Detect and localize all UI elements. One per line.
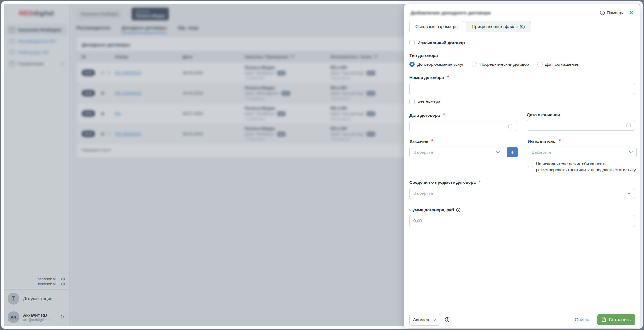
checkbox-icon [409, 99, 415, 104]
screen: REDdigital Заказчики RedDigital Рекламод… [0, 0, 644, 330]
required-mark: * [479, 180, 481, 185]
status-info-icon[interactable] [445, 317, 450, 322]
contract-number-input[interactable] [409, 83, 635, 95]
contract-number-label: Номер договора [409, 75, 444, 80]
customer-select[interactable]: Выберите [409, 147, 504, 157]
amount-input[interactable] [409, 215, 635, 227]
help-label: Помощь [607, 10, 623, 15]
subject-label: Сведения о предмете договора [409, 180, 476, 185]
required-mark: * [443, 112, 445, 118]
contract-type-label: Тип договора [409, 53, 635, 58]
radio-label: Договор оказания услуг [417, 62, 464, 67]
radio-label: Посреднический договор [480, 62, 529, 67]
radio-icon [472, 62, 477, 67]
cancel-button[interactable]: Отмена [575, 317, 590, 322]
end-date-label: Дата окончания [527, 112, 635, 117]
add-contract-modal: Добавление доходного договора ? Помощь ✕… [404, 4, 640, 328]
no-number-label: Без номера [418, 99, 440, 104]
select-placeholder: Выберите [413, 150, 433, 155]
calendar-icon [508, 124, 513, 129]
contract-date-input[interactable] [409, 121, 517, 131]
chevron-down-icon [433, 318, 437, 321]
modal-body: Изначальный договор Тип договора Договор… [404, 32, 640, 227]
calendar-icon [626, 123, 631, 128]
modal-footer: Активен Отмена Сохранить [404, 311, 640, 328]
radio-icon [537, 62, 543, 67]
checkbox-icon [409, 40, 415, 45]
chevron-down-icon [627, 192, 631, 195]
required-mark: * [447, 75, 449, 80]
save-label: Сохранить [609, 317, 631, 322]
select-placeholder: Выберите [532, 150, 551, 155]
initial-contract-checkbox[interactable]: Изначальный договор [409, 40, 635, 46]
modal-header: Добавление доходного договора ? Помощь ✕ [404, 4, 640, 16]
add-customer-button[interactable]: + [507, 147, 518, 157]
required-mark: * [431, 138, 433, 144]
tab-attached-files[interactable]: Прикрепленные файлы (0) [466, 21, 531, 32]
no-number-checkbox[interactable]: Без номера [409, 99, 635, 104]
modal-title: Добавление доходного договора [411, 10, 491, 16]
executor-label: Исполнитель [528, 139, 556, 144]
amount-label: Сумма договора, руб [409, 208, 454, 212]
executor-select[interactable]: Выберите [528, 147, 637, 157]
info-icon[interactable] [456, 208, 461, 212]
status-select[interactable]: Активен [409, 314, 440, 326]
initial-contract-label: Изначальный договор [418, 40, 465, 46]
end-date-input[interactable] [527, 120, 635, 131]
radio-service-contract[interactable]: Договор оказания услуг [409, 62, 464, 67]
radio-icon [409, 62, 415, 67]
status-value: Активен [413, 317, 429, 322]
chevron-down-icon [629, 151, 633, 153]
radio-additional-agreement[interactable]: Доп. соглашение [537, 62, 579, 67]
svg-text:?: ? [601, 11, 603, 14]
close-icon[interactable]: ✕ [629, 10, 634, 16]
required-mark: * [559, 138, 561, 144]
chevron-down-icon [496, 151, 500, 153]
modal-tabs: Основные параметры Прикрепленные файлы (… [404, 21, 640, 32]
radio-intermediary-contract[interactable]: Посреднический договор [472, 62, 529, 67]
customer-label: Заказчик [409, 139, 428, 144]
help-button[interactable]: ? Помощь [600, 10, 623, 15]
save-icon [602, 317, 606, 322]
contract-date-label: Дата договора [409, 113, 440, 118]
executor-note-label: На исполнителе лежит обязанность регистр… [536, 161, 637, 173]
help-icon: ? [600, 10, 605, 15]
subject-select[interactable]: Выберите [409, 188, 635, 199]
checkbox-icon [528, 162, 533, 167]
contract-type-radio-group: Договор оказания услуг Посреднический до… [409, 62, 635, 67]
app-window: REDdigital Заказчики RedDigital Рекламод… [1, 1, 643, 329]
radio-label: Доп. соглашение [545, 62, 579, 67]
save-button[interactable]: Сохранить [597, 314, 635, 325]
tab-main-params[interactable]: Основные параметры [409, 21, 464, 32]
executor-registers-creatives-checkbox[interactable]: На исполнителе лежит обязанность регистр… [528, 161, 637, 173]
select-placeholder: Выберите [413, 191, 433, 196]
